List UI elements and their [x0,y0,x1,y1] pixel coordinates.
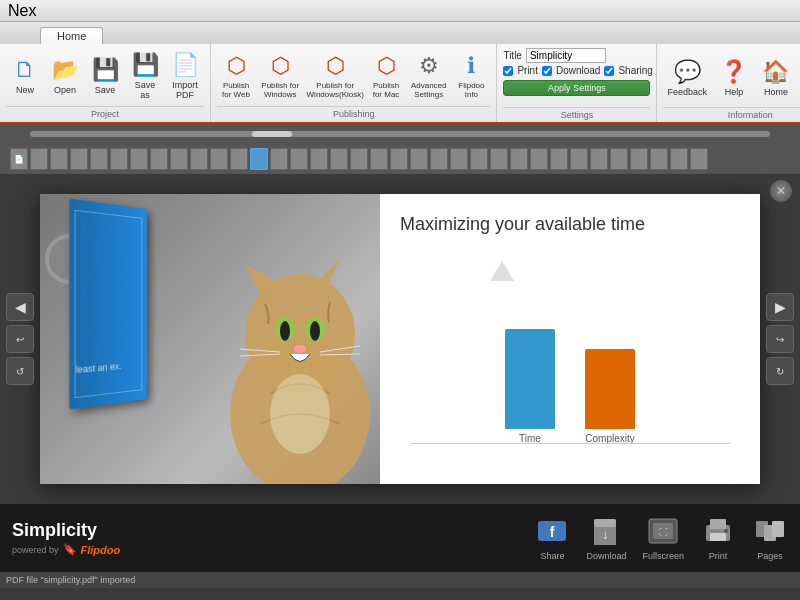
thumb-10[interactable] [190,148,208,170]
publish-mac-button[interactable]: ⬡ Publish for Mac [367,48,405,104]
fullscreen-action[interactable]: ⛶ Fullscreen [642,515,684,561]
download-checkbox[interactable] [542,66,552,76]
sharing-label: Sharing [618,65,652,76]
title-bar: Nex [0,0,800,22]
arrow-up [490,261,514,281]
thumb-20[interactable] [390,148,408,170]
svg-text:f: f [550,524,555,540]
publish-kiosk-button[interactable]: ⬡ Publish for Windows(Kiosk) [305,48,365,104]
pages-icon [752,515,788,547]
feedback-button[interactable]: 💬 Feedback [663,50,711,106]
thumb-33[interactable] [650,148,668,170]
tab-bar: Home [0,22,800,44]
sharing-checkbox[interactable] [604,66,614,76]
share-icon: f [534,515,570,547]
scroll-thumb[interactable] [252,131,292,137]
help-icon: ❓ [720,59,747,85]
thumb-19[interactable] [370,148,388,170]
rotate-left-button[interactable]: ↺ [6,357,34,385]
thumb-2[interactable] [30,148,48,170]
thumb-5[interactable] [90,148,108,170]
new-button[interactable]: 🗋 New [6,48,44,104]
thumb-24[interactable] [470,148,488,170]
print-checkbox[interactable] [503,66,513,76]
tab-home[interactable]: Home [40,27,103,44]
pages-action[interactable]: Pages [752,515,788,561]
bottom-bar: Simplicity powered by 🔖 Flipdoo f Share … [0,504,800,572]
page-left: least an ex. [40,194,380,484]
thumb-6[interactable] [110,148,128,170]
apply-settings-button[interactable]: Apply Settings [503,80,650,96]
thumb-18[interactable] [350,148,368,170]
thumb-1[interactable]: 📄 [10,148,28,170]
print-action[interactable]: Print [700,515,736,561]
new-icon: 🗋 [14,57,36,83]
home-button[interactable]: 🏠 Home [757,50,795,106]
ribbon-group-publishing: ⬡ Publish for Web ⬡ Publish for Windows … [211,44,497,122]
print-icon [700,515,736,547]
publish-windows-button[interactable]: ⬡ Publish for Windows [257,48,303,104]
redo-button[interactable]: ↪ [766,325,794,353]
download-icon: ↓ [588,515,624,547]
download-action[interactable]: ↓ Download [586,515,626,561]
thumb-8[interactable] [150,148,168,170]
thumb-13[interactable] [250,148,268,170]
print-label: Print [709,551,728,561]
ribbon: 🗋 New 📂 Open 💾 Save 💾 Save as 📄 Import P… [0,44,800,124]
thumb-4[interactable] [70,148,88,170]
powered-by: powered by 🔖 Flipdoo [12,543,120,556]
slide-title: Maximizing your available time [400,214,740,235]
svg-point-6 [280,321,290,341]
thumb-27[interactable] [530,148,548,170]
close-button[interactable]: ✕ [770,180,792,202]
thumb-14[interactable] [270,148,288,170]
thumb-12[interactable] [230,148,248,170]
thumb-7[interactable] [130,148,148,170]
thumb-15[interactable] [290,148,308,170]
thumb-35[interactable] [690,148,708,170]
thumb-26[interactable] [510,148,528,170]
thumb-16[interactable] [310,148,328,170]
thumb-30[interactable] [590,148,608,170]
project-buttons: 🗋 New 📂 Open 💾 Save 💾 Save as 📄 Import P… [6,48,204,104]
thumb-34[interactable] [670,148,688,170]
bottom-actions: f Share ↓ Download ⛶ Fullscreen Print [534,515,788,561]
undo-button[interactable]: ↩ [6,325,34,353]
thumb-17[interactable] [330,148,348,170]
open-button[interactable]: 📂 Open [46,48,84,104]
scroll-area[interactable] [0,124,800,144]
download-label: Download [586,551,626,561]
thumb-32[interactable] [630,148,648,170]
svg-text:⛶: ⛶ [659,527,668,537]
home-icon: 🏠 [762,59,789,85]
prev-page-button[interactable]: ◀ [6,293,34,321]
thumb-23[interactable] [450,148,468,170]
rotate-right-button[interactable]: ↻ [766,357,794,385]
thumb-3[interactable] [50,148,68,170]
advanced-settings-icon: ⚙ [419,53,439,79]
thumb-21[interactable] [410,148,428,170]
title-input[interactable] [526,48,606,63]
save-button[interactable]: 💾 Save [86,48,124,104]
feedback-icon: 💬 [674,59,701,85]
thumb-31[interactable] [610,148,628,170]
help-button[interactable]: ❓ Help [715,50,753,106]
publish-web-button[interactable]: ⬡ Publish for Web [217,48,255,104]
page-right: Maximizing your available time Time Comp… [380,194,760,484]
scroll-track[interactable] [30,131,770,137]
brand-title: Simplicity [12,520,120,541]
next-page-button[interactable]: ▶ [766,293,794,321]
thumb-28[interactable] [550,148,568,170]
thumb-11[interactable] [210,148,228,170]
thumb-9[interactable] [170,148,188,170]
share-action[interactable]: f Share [534,515,570,561]
flipdoo-info-button[interactable]: ℹ Flipdoo Info [452,48,490,104]
thumb-25[interactable] [490,148,508,170]
advanced-settings-button[interactable]: ⚙ Advanced Settings [407,48,450,104]
save-as-button[interactable]: 💾 Save as [126,48,164,104]
print-row: Print Download Sharing [503,65,650,76]
import-pdf-button[interactable]: 📄 Import PDF [166,48,204,104]
thumb-22[interactable] [430,148,448,170]
publish-mac-icon: ⬡ [377,53,396,79]
thumb-29[interactable] [570,148,588,170]
